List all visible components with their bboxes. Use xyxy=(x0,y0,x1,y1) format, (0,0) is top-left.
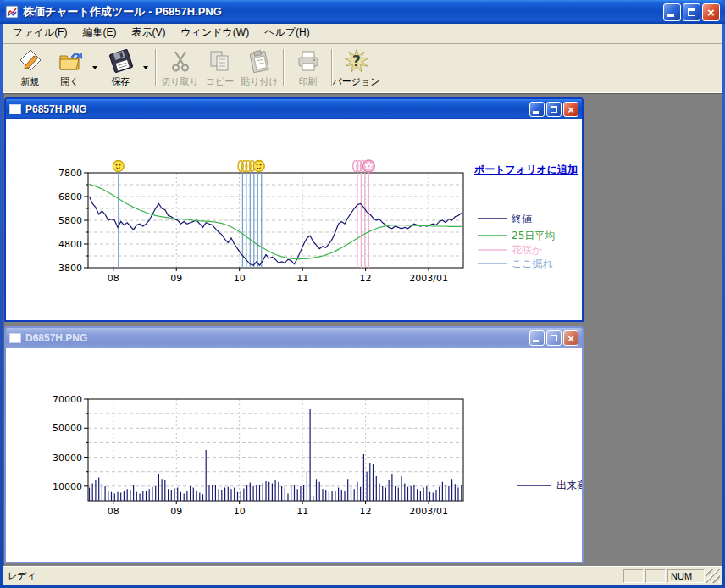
minimize-icon xyxy=(533,340,539,342)
y-tick-label: 5800 xyxy=(58,215,82,226)
price-window-titlebar[interactable]: P6857H.PNG xyxy=(6,99,582,119)
maximize-button[interactable] xyxy=(683,3,700,21)
y-tick-label: 70000 xyxy=(53,394,82,405)
document-icon xyxy=(9,333,21,343)
version-question-icon: ? xyxy=(343,47,370,75)
volume-maximize-button[interactable] xyxy=(546,330,562,346)
menu-file[interactable]: ファイル(F) xyxy=(5,23,75,42)
x-tick-label: 09 xyxy=(170,273,182,284)
toolbar-button-new[interactable]: 新規 xyxy=(10,46,50,90)
menu-view[interactable]: 表示(V) xyxy=(124,23,173,42)
resize-grip[interactable] xyxy=(706,569,720,583)
toolbar: 新規 開く 保存 切り取り xyxy=(3,43,722,93)
open-folder-icon xyxy=(57,47,84,75)
portfolio-link[interactable]: ポートフォリオに追加 xyxy=(474,163,578,177)
mdi-client-area: P6857H.PNG 38004800580068007800080910111… xyxy=(3,93,722,566)
volume-chart-area: 1000030000500007000008091011122003/01出来高 xyxy=(6,348,582,562)
statusbar: レディ NUM xyxy=(3,566,722,585)
paste-clipboard-icon xyxy=(246,47,274,75)
y-tick-label: 50000 xyxy=(53,423,82,434)
menu-help[interactable]: ヘルプ(H) xyxy=(257,23,318,42)
price-window-title: P6857H.PNG xyxy=(25,103,528,115)
volume-chart-svg: 1000030000500007000008091011122003/01出来高 xyxy=(6,348,582,562)
cut-scissors-icon xyxy=(167,47,194,75)
close-price-line xyxy=(90,197,462,265)
main-titlebar[interactable]: 株価チャート作成ツール - P6857H.PNG xyxy=(0,0,725,24)
x-tick-label: 2003/01 xyxy=(409,273,448,284)
legend-item: 花咲か xyxy=(478,244,543,256)
smiley-icon xyxy=(113,161,124,172)
toolbar-separator xyxy=(283,49,285,86)
print-icon xyxy=(295,47,322,75)
legend-item: 25日平均 xyxy=(478,230,555,241)
volume-close-button[interactable] xyxy=(563,330,578,346)
close-button[interactable] xyxy=(702,3,720,21)
maximize-icon xyxy=(551,106,557,113)
price-maximize-button[interactable] xyxy=(546,102,562,117)
new-document-icon xyxy=(17,47,44,75)
legend-label: 終値 xyxy=(511,213,532,225)
child-window-volume: D6857H.PNG 10000300005000070000080910111… xyxy=(4,326,584,563)
app-body: ファイル(F) 編集(E) 表示(V) ウィンドウ(W) ヘルプ(H) 新規 開… xyxy=(3,24,722,585)
x-tick-label: 10 xyxy=(234,273,246,284)
legend-label: ここ掘れ xyxy=(512,258,553,269)
toolbar-button-version[interactable]: ? バージョン xyxy=(336,46,376,90)
copy-icon xyxy=(207,47,234,75)
toolbar-separator xyxy=(155,49,157,86)
x-tick-label: 08 xyxy=(108,506,119,517)
volume-window-titlebar[interactable]: D6857H.PNG xyxy=(6,328,582,348)
status-cell xyxy=(623,569,644,583)
price-minimize-button[interactable] xyxy=(529,102,545,117)
maximize-icon xyxy=(551,335,557,341)
price-chart-svg: 3800480058006800780008091011122003/01終値2… xyxy=(6,119,582,320)
menu-edit[interactable]: 編集(E) xyxy=(75,23,124,42)
toolbar-button-cut: 切り取り xyxy=(160,46,200,90)
status-num-indicator: NUM xyxy=(667,569,705,583)
document-icon xyxy=(9,104,21,114)
y-tick-label: 3800 xyxy=(58,263,82,274)
y-tick-label: 30000 xyxy=(53,452,82,463)
ma25-line xyxy=(90,184,462,258)
toolbar-button-save[interactable]: 保存 xyxy=(101,46,141,90)
x-tick-label: 2003/01 xyxy=(409,506,448,517)
flower-icon xyxy=(362,160,374,172)
legend-label: 25日平均 xyxy=(512,230,555,241)
y-tick-label: 4800 xyxy=(58,239,82,250)
save-dropdown-button[interactable] xyxy=(141,51,150,85)
open-dropdown-button[interactable] xyxy=(90,51,99,85)
svg-text:?: ? xyxy=(352,53,361,69)
x-tick-label: 09 xyxy=(170,506,182,517)
y-tick-label: 6800 xyxy=(58,191,82,202)
price-close-button[interactable] xyxy=(563,102,578,117)
status-cell xyxy=(645,569,666,583)
toolbar-button-print: 印刷 xyxy=(288,46,328,90)
x-tick-label: 11 xyxy=(296,506,308,517)
x-tick-label: 12 xyxy=(360,506,372,517)
smiley-icon xyxy=(253,161,264,172)
price-chart-area: 3800480058006800780008091011122003/01終値2… xyxy=(6,119,582,320)
legend-item: ここ掘れ xyxy=(478,258,553,269)
volume-window-title: D6857H.PNG xyxy=(25,332,528,344)
x-tick-label: 11 xyxy=(296,273,308,284)
legend-item: 終値 xyxy=(478,213,532,225)
x-tick-label: 08 xyxy=(108,273,119,284)
menubar: ファイル(F) 編集(E) 表示(V) ウィンドウ(W) ヘルプ(H) xyxy=(3,24,722,42)
toolbar-button-copy: コピー xyxy=(200,46,240,90)
menu-window[interactable]: ウィンドウ(W) xyxy=(173,23,257,42)
maximize-icon xyxy=(688,8,695,16)
legend-label: 花咲か xyxy=(512,244,543,256)
y-tick-label: 7800 xyxy=(58,168,82,179)
status-ready-text: レディ xyxy=(3,569,623,582)
y-tick-label: 10000 xyxy=(53,481,82,492)
child-window-price: P6857H.PNG 38004800580068007800080910111… xyxy=(4,97,584,322)
volume-minimize-button[interactable] xyxy=(529,330,545,346)
legend-label: 出来高 xyxy=(556,480,582,491)
minimize-icon xyxy=(533,111,539,114)
app-icon xyxy=(5,5,19,19)
minimize-button[interactable] xyxy=(663,3,681,21)
toolbar-button-open[interactable]: 開く xyxy=(50,46,90,90)
minimize-icon xyxy=(667,14,674,17)
toolbar-button-paste: 貼り付け xyxy=(240,46,279,90)
legend-item: 出来高 xyxy=(517,480,582,491)
main-window: 株価チャート作成ツール - P6857H.PNG ファイル(F) 編集(E) 表… xyxy=(0,0,725,588)
